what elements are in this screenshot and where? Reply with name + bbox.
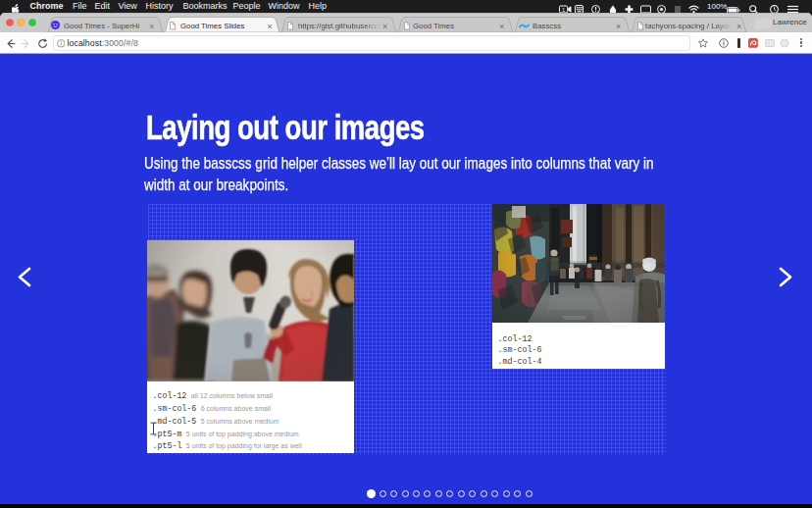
svg-text:1: 1: [562, 7, 565, 13]
